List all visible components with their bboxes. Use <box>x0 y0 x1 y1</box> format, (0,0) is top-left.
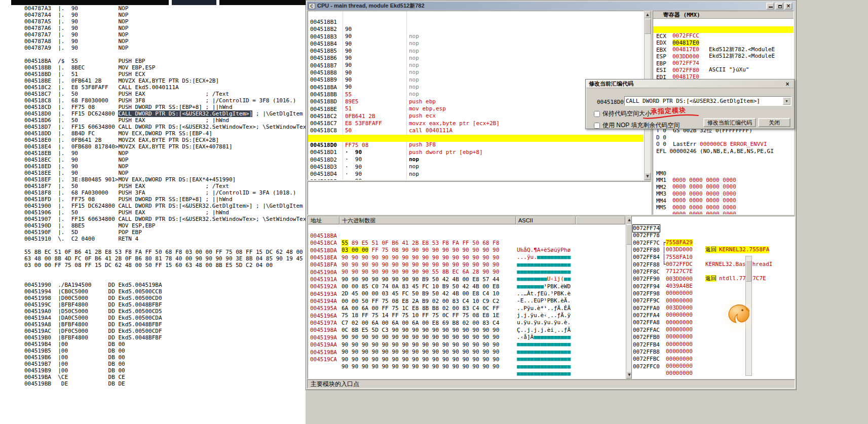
disasm-row[interactable]: 004518B3 90 nop <box>308 26 644 33</box>
dialog-close-icon[interactable]: × <box>784 81 791 88</box>
scroll-up-icon[interactable]: ▲ <box>645 11 651 18</box>
disasm-row[interactable]: 004518B1 90 nop <box>308 12 644 19</box>
dump-row[interactable]: 0045199A 90 90 90 90 90 90 90 90 90 90 9… <box>308 327 625 334</box>
fill-nop-checkbox-row[interactable]: 使用 NOP 填充剩余代码空间 <box>594 121 680 130</box>
disasm-row[interactable]: 004518B6 90 nop <box>308 48 644 55</box>
dump-row[interactable]: 004518DA 90 90 90 90 90 90 90 90 90 90 9… <box>308 240 625 247</box>
disasm-row[interactable]: 004518B4 90 nop <box>308 33 644 41</box>
dump-col-address[interactable]: 地址 <box>308 216 339 224</box>
register-row[interactable]: EDI 004817E0 Ekd512新782.<ModuleE <box>653 67 794 74</box>
chevron-down-icon[interactable]: ▼ <box>783 97 790 105</box>
stack-row[interactable]: 0072FFBC 00000000 <box>632 349 795 356</box>
stack-row[interactable]: 0072FF90 00000000 <box>632 268 795 276</box>
register-row[interactable]: ESP 0072FF74 ASCII "}úXu" <box>653 47 794 54</box>
scrollbar-thumb[interactable] <box>746 260 751 282</box>
disasm-row[interactable]: 004518D0 · 90 nop <box>308 135 644 142</box>
stack-row[interactable]: 0072FFC0 00000000 <box>632 356 795 363</box>
dump-row[interactable]: 004518EA 90 90 90 90 90 90 90 90 90 90 9… <box>308 247 625 254</box>
asm-line: 004787A8 |. 90 NOP <box>24 38 306 45</box>
register-row[interactable]: ESI 004817E0 Ekd512新782.<ModuleE <box>653 60 794 67</box>
disasm-row[interactable]: 004518D3 · 90 nop <box>308 157 644 164</box>
disasm-row[interactable]: 004518D4 · 90 nop <box>308 164 644 171</box>
restore-button[interactable] <box>775 3 783 10</box>
stack-row[interactable]: 0072FF78 ┌ 003DD000 <box>632 225 795 232</box>
stack-row[interactable]: 0072FF74 7558FA29 返回KERNEL32.7558FA <box>632 218 795 225</box>
stack-row[interactable]: 0072FF94 00000000 <box>632 276 795 283</box>
stack-pane[interactable]: 0072FF74 7558FA29 返回KERNEL32.7558FA 0072… <box>631 216 795 379</box>
hex-dump-pane[interactable]: 地址 十六进制数据 ASCII 004518BA 55 89 E5 51 0F … <box>308 216 626 379</box>
dump-row[interactable]: 004519BA 90 90 90 90 90 90 90 90 90 90 9… <box>308 342 625 349</box>
mmx-row[interactable]: MM1 0000 0000 0000 0000 <box>653 170 794 177</box>
instruction-combobox[interactable]: ▼ <box>624 96 791 106</box>
disasm-row[interactable]: 004518D5 · 90 nop <box>308 171 644 178</box>
stack-row[interactable]: 0072FF84 └ 77127C7E 返回ntdll.77127C7E <box>632 247 795 254</box>
stack-row[interactable]: 0072FFA8 00000000 <box>632 312 795 319</box>
stack-row[interactable]: 0072FF80 │ 0072FFDC <box>632 240 795 247</box>
disasm-row[interactable]: 004518D1 · 90 nop <box>308 142 644 149</box>
mmx-row[interactable]: MM3 0000 0000 0000 0000 <box>653 184 794 190</box>
stack-row[interactable]: 0072FF88 003DD000 <box>632 254 795 261</box>
scrollbar-thumb[interactable] <box>645 19 651 34</box>
mmx-row[interactable]: MM0 0000 0000 0000 0000 <box>653 164 794 170</box>
dump-row[interactable]: 0045190A 90 90 90 90 90 90 90 90 B9 50 4… <box>308 262 625 269</box>
disasm-row[interactable]: 004518B8 90 nop <box>308 62 644 69</box>
selected-text[interactable]: CALL DWORD PTR DS:[<&USER32.GetDlgItem>] <box>118 110 252 117</box>
register-row[interactable]: ECX 004817E0 Ekd512新782.<ModuleE <box>653 26 794 33</box>
dump-row[interactable]: 004518CA 03 00 00 FF 75 08 90 90 90 90 9… <box>308 233 625 240</box>
dump-row[interactable]: 0045197A 0C 8B E5 5D C3 90 90 90 90 90 9… <box>308 313 625 320</box>
stack-row[interactable]: 0072FFB8 00000000 <box>632 341 795 349</box>
minimize-button[interactable] <box>766 3 774 10</box>
register-row[interactable]: EDX 004817E0 Ekd512新782.<ModuleE <box>653 33 794 40</box>
cpu-window: C CPU - main thread, module Ekd512新782 ×… <box>306 0 797 390</box>
disasm-row[interactable]: 004518B9 90 nop <box>308 69 644 76</box>
asm-line: 004519BA \CE DB CE <box>24 374 306 380</box>
flag-row[interactable]: EFL 00000246 (NO,NB,E,A,BE,NS,PE,GI <box>653 148 794 155</box>
dump-row[interactable]: 004518BA 55 89 E5 51 0F B6 41 2B E8 53 F… <box>308 225 625 233</box>
mmx-row[interactable]: MM2 0000 0000 0000 0000 <box>653 177 794 184</box>
disasm-row[interactable]: 004518B5 90 nop <box>308 41 644 48</box>
dump-row[interactable]: 0045192A 2D 45 00 00 03 45 FC 50 B9 50 4… <box>308 276 625 283</box>
stack-row[interactable]: 0072FFB4 00000000 <box>632 334 795 341</box>
instruction-input[interactable] <box>626 97 782 105</box>
stack-row[interactable]: 0072FF9C 00000000 <box>632 290 795 297</box>
dump-row[interactable]: 0045191A 00 00 85 C0 74 0A 83 45 FC 10 B… <box>308 269 625 276</box>
flag-row[interactable]: D 0 <box>653 134 794 141</box>
stack-row[interactable]: 0072FFB0 00000000 <box>632 327 795 334</box>
stack-row[interactable]: 0072FF98 003DD000 <box>632 283 795 290</box>
register-row[interactable]: EAX 0072FFCC <box>653 19 794 26</box>
dump-col-ascii[interactable]: ASCII <box>516 216 576 224</box>
disasm-row[interactable]: 004518B7 90 nop <box>308 55 644 62</box>
stack-row[interactable]: 0072FF8C 4039A4BE <box>632 261 795 268</box>
mmx-row[interactable]: MM5 0000 0000 0000 0000 <box>653 198 794 204</box>
stack-row[interactable]: 0072FFA4 00000000 <box>632 305 795 312</box>
register-row[interactable]: EBX 003DD000 <box>653 40 794 47</box>
dialog-close-button[interactable]: 关闭 <box>758 118 790 127</box>
apply-assemble-button[interactable]: 修改当前汇编代码 <box>703 118 756 127</box>
mmx-row[interactable]: MM4 0000 0000 0000 0000 <box>653 191 794 198</box>
dump-col-hex[interactable]: 十六进制数据 <box>339 216 516 224</box>
code-listing-panel[interactable]: 004787A3 |. 90 NOP004787A4 |. 90 NOP0047… <box>0 0 306 424</box>
dump-row[interactable]: 0045194A 6A 00 6A 00 FF 75 1C E8 8B B8 0… <box>308 291 625 298</box>
fill-nop-checkbox[interactable] <box>594 123 600 129</box>
minimize-icon <box>769 7 773 8</box>
scroll-down-icon[interactable]: ▼ <box>645 173 651 180</box>
flag-row[interactable]: O 0 LastErr 000000CB ERROR_ENVVI <box>653 141 794 148</box>
stack-row[interactable]: 0072FFA0 00000000 <box>632 298 795 305</box>
cpu-window-titlebar[interactable]: C CPU - main thread, module Ekd512新782 × <box>307 2 795 10</box>
dump-row[interactable]: 0045196A C7 02 00 6A 00 6A 00 6A 00 E8 6… <box>308 305 625 313</box>
stack-row[interactable]: 0072FF7C │ 7558FA10 KERNEL32.BaseThreadI <box>632 233 795 240</box>
dump-row[interactable]: 0045193A 00 00 50 FF 75 08 E8 2A B9 02 0… <box>308 284 625 291</box>
disasm-row[interactable]: 004518B2 90 nop <box>308 19 644 26</box>
dump-row[interactable]: 0045198A 90 90 90 90 90 90 90 90 90 90 9… <box>308 320 625 327</box>
stack-row[interactable]: 0072FFAC 00000000 <box>632 320 795 327</box>
disasm-row[interactable]: 004518D2 · 90 nop <box>308 149 644 157</box>
close-button[interactable]: × <box>784 3 792 10</box>
dump-row[interactable]: 004519AA 90 90 90 90 90 90 90 90 90 90 9… <box>308 334 625 341</box>
dialog-titlebar[interactable]: 修改当前汇编代码 × <box>586 80 794 88</box>
dump-row[interactable]: 004519CA 90 90 90 90 90 90 90 90 90 90 9… <box>308 349 625 356</box>
keep-size-checkbox[interactable] <box>594 111 600 117</box>
dump-row[interactable]: 004518FA 90 90 90 90 90 90 90 90 90 55 8… <box>308 254 625 261</box>
asm-listing: 004787A3 |. 90 NOP004787A4 |. 90 NOP0047… <box>24 5 306 387</box>
register-row[interactable]: EBP 0072FF80 <box>653 54 794 61</box>
dump-row[interactable]: 0045195A 75 18 FF 75 14 FF 75 10 FF 75 0… <box>308 298 625 305</box>
